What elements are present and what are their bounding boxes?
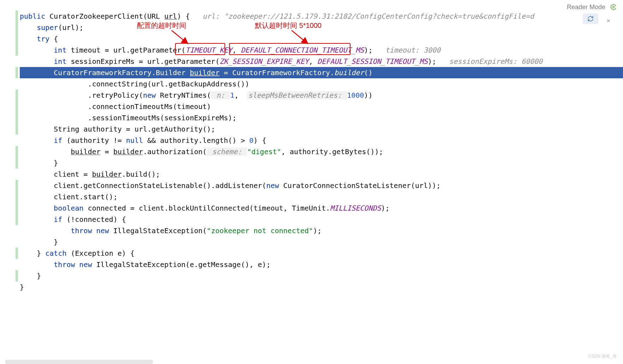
code-line: builder = builder.authorization( scheme:…: [20, 146, 623, 157]
code-line: throw new IllegalStateException("zookeep…: [20, 225, 623, 236]
code-line: boolean connected = client.blockUntilCon…: [20, 202, 623, 214]
code-line: throw new IllegalStateException(e.getMes…: [20, 259, 623, 270]
code-line: int sessionExpireMs = url.getParameter(Z…: [20, 56, 623, 67]
horizontal-scrollbar[interactable]: [5, 360, 153, 364]
code-line: } catch (Exception e) {: [20, 248, 623, 259]
code-line: .retryPolicy(new RetryNTimes( n: 1, slee…: [20, 90, 623, 101]
code-line-selected: CuratorFrameworkFactory.Builder builder …: [20, 67, 623, 78]
code-line: .connectionTimeoutMs(timeout): [20, 101, 623, 112]
code-line: String authority = url.getAuthority();: [20, 123, 623, 135]
code-line: }: [20, 157, 623, 169]
code-line: try {: [20, 33, 623, 44]
annotation-right: 默认超时时间 5*1000: [255, 20, 322, 31]
code-line: }: [20, 236, 623, 248]
gear-icon[interactable]: [610, 4, 617, 10]
annotation-left: 配置的超时时间: [137, 20, 186, 31]
code-line: .connectString(url.getBackupAddress()): [20, 78, 623, 90]
code-line: .sessionTimeoutMs(sessionExpireMs);: [20, 112, 623, 123]
code-line: if (!connected) {: [20, 214, 623, 225]
code-line: }: [20, 281, 623, 293]
code-line: if (authority != null && authority.lengt…: [20, 135, 623, 146]
code-line: client.start();: [20, 191, 623, 202]
code-line: int timeout = url.getParameter(TIMEOUT_K…: [20, 44, 623, 56]
code-editor[interactable]: public CuratorZookeeperClient(URL url) {…: [20, 11, 623, 293]
svg-point-0: [613, 6, 615, 8]
watermark: CSDN @哥_哥: [588, 351, 617, 362]
code-line: }: [20, 270, 623, 281]
gutter: [0, 0, 20, 364]
code-line: client.getConnectionStateListenable().ad…: [20, 180, 623, 191]
code-line: client = builder.build();: [20, 169, 623, 180]
